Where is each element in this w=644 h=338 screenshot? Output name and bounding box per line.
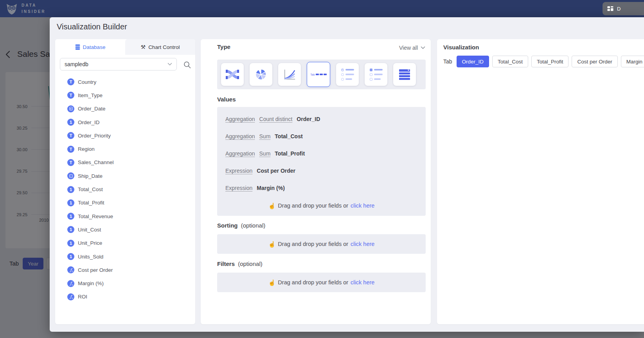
values-click-here-link[interactable]: click here — [351, 202, 374, 209]
visualization-tab-button[interactable]: Cost per Order — [572, 56, 617, 67]
brand-logo[interactable]: DATA INSIDER — [5, 2, 46, 16]
field-type-icon — [67, 78, 74, 85]
field-name: ROI — [78, 294, 87, 300]
modal-title: Visualization Builder — [57, 22, 127, 31]
tap-hand-icon: ☝ — [268, 203, 276, 209]
field-name: Margin (%) — [78, 280, 104, 286]
app-root: Sales Sa 30.50 30.25 30.00 29.75 — [0, 0, 644, 338]
tab-chart-control-label: Chart Control — [148, 44, 180, 50]
brand-line-1: DATA — [22, 2, 46, 9]
value-kind-dropdown[interactable]: Aggregation — [225, 116, 255, 123]
field-name: Item_Type — [78, 92, 103, 98]
sorting-click-here-link[interactable]: click here — [351, 240, 374, 248]
field-item[interactable]: Total_Profit — [55, 196, 195, 210]
sorting-dropzone-hint: ☝ Drag and drop your fields or click her… — [268, 240, 375, 248]
type-tile-radio-list-icon[interactable] — [336, 63, 359, 86]
field-item[interactable]: Order_Priority — [55, 129, 195, 142]
top-navbar: DATA INSIDER D — [0, 0, 644, 17]
filters-heading-label: Filters — [217, 260, 235, 267]
value-method-dropdown[interactable]: Sum — [259, 150, 271, 157]
type-tile-table-icon[interactable] — [393, 63, 416, 86]
field-name: Region — [78, 146, 95, 152]
value-field-name: Cost per Order — [257, 167, 295, 174]
field-item[interactable]: Margin (%) — [55, 277, 195, 290]
field-item[interactable]: Total_Revenue — [55, 210, 195, 223]
visualization-tab-button[interactable]: Total_Cost — [492, 56, 528, 67]
dashboards-button[interactable]: D — [603, 2, 644, 15]
field-type-icon — [67, 186, 74, 193]
field-name: Total_Profit — [78, 200, 104, 206]
type-heading: Type — [217, 43, 230, 50]
visualization-tab-button[interactable]: Margin (%) — [621, 56, 644, 67]
field-list: Country Item_Type Order_Date Order_ID Or… — [55, 75, 195, 304]
field-name: Total_Cost — [78, 186, 103, 192]
sorting-optional-label: (optional) — [241, 222, 266, 229]
dropzone-text: Drag and drop your fields or — [278, 202, 348, 209]
values-dropzone-box[interactable]: Aggregation Count distinct Order_ID Aggr… — [217, 107, 426, 216]
database-select[interactable]: sampledb — [60, 58, 177, 70]
field-item[interactable]: Total_Cost — [55, 183, 195, 196]
search-icon[interactable] — [183, 61, 191, 70]
type-tile-line-icon[interactable] — [278, 63, 301, 86]
type-tile-pie-icon[interactable] — [250, 63, 272, 86]
field-item[interactable]: Units_Sold — [55, 250, 195, 263]
field-type-icon — [67, 105, 74, 112]
field-item[interactable]: Ship_Date — [55, 169, 195, 183]
tap-hand-icon: ☝ — [268, 280, 276, 286]
visualization-tab-type-label: Tab — [443, 58, 452, 65]
filters-heading: Filters (optional) — [217, 260, 263, 267]
tab-database[interactable]: Database — [55, 39, 125, 55]
chevron-down-icon — [421, 46, 425, 49]
type-tile-checkbox-list-icon[interactable] — [365, 63, 387, 86]
value-row: Expression Cost per Order — [225, 167, 417, 184]
chart-config-panel: Type View all — [201, 39, 431, 324]
sorting-heading-label: Sorting — [217, 222, 238, 229]
type-tile-sankey-icon[interactable] — [221, 63, 244, 86]
filters-click-here-link[interactable]: click here — [351, 279, 374, 286]
field-item[interactable]: Sales_Channel — [55, 156, 195, 169]
field-item[interactable]: Order_Date — [55, 102, 195, 116]
tap-hand-icon: ☝ — [268, 241, 276, 247]
field-type-icon — [67, 226, 74, 233]
value-method-dropdown[interactable]: Count distinct — [259, 116, 293, 123]
field-item[interactable]: Unit_Price — [55, 237, 195, 250]
sorting-dropzone-box[interactable]: ☝ Drag and drop your fields or click her… — [217, 234, 426, 254]
type-tile-tab-icon[interactable]: Tab — [307, 62, 330, 87]
filters-dropzone-box[interactable]: ☝ Drag and drop your fields or click her… — [217, 273, 426, 292]
visualization-tab-button[interactable]: Total_Profit — [531, 56, 569, 67]
values-heading: Values — [217, 96, 236, 103]
filters-optional-label: (optional) — [238, 260, 263, 267]
left-panel-tabs: Database ⚒ Chart Control — [55, 39, 195, 55]
field-type-icon — [67, 293, 74, 300]
values-dropzone-hint: ☝ Drag and drop your fields or click her… — [217, 202, 426, 209]
field-type-icon — [67, 280, 74, 287]
field-item[interactable]: Cost per Order — [55, 263, 195, 277]
value-row: Aggregation Sum Total_Cost — [225, 133, 417, 150]
visualization-builder-modal: Visualization Builder Database ⚒ Chart C… — [50, 17, 644, 332]
view-all-dropdown[interactable]: View all — [399, 45, 425, 51]
field-name: Ship_Date — [78, 173, 103, 179]
field-item[interactable]: Order_ID — [55, 116, 195, 129]
brand-text: DATA INSIDER — [22, 2, 46, 15]
value-kind-dropdown[interactable]: Aggregation — [225, 150, 255, 157]
field-item[interactable]: Country — [55, 75, 195, 89]
value-kind-dropdown[interactable]: Expression — [225, 184, 252, 192]
value-method-dropdown[interactable]: Sum — [259, 133, 271, 140]
field-item[interactable]: Item_Type — [55, 89, 195, 102]
database-select-value: sampledb — [65, 61, 88, 67]
field-item[interactable]: ROI — [55, 290, 195, 304]
field-type-icon — [67, 159, 74, 166]
value-kind-dropdown[interactable]: Expression — [225, 167, 252, 174]
field-type-icon — [67, 119, 74, 126]
field-name: Total_Revenue — [78, 213, 113, 219]
chart-type-tray: Tab — [217, 60, 426, 89]
field-item[interactable]: Region — [55, 142, 195, 155]
database-icon — [75, 44, 80, 50]
dashboards-button-label: D — [617, 6, 621, 12]
visualization-tab-button[interactable]: Order_ID — [457, 56, 489, 67]
field-type-icon — [67, 266, 74, 273]
field-item[interactable]: Unit_Cost — [55, 223, 195, 236]
tab-chart-control[interactable]: ⚒ Chart Control — [125, 39, 195, 55]
value-row: Expression Margin (%) — [225, 184, 417, 202]
value-kind-dropdown[interactable]: Aggregation — [225, 133, 255, 140]
